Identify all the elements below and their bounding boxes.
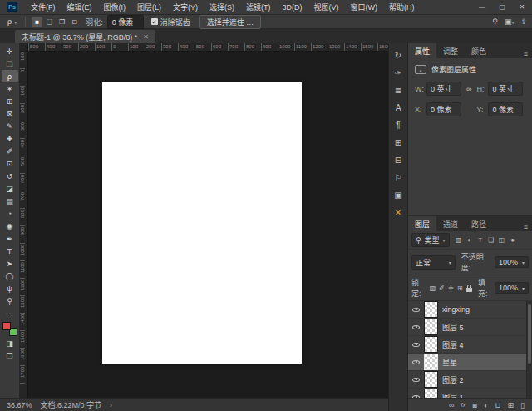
tab-close-icon[interactable]: ✕ — [143, 33, 149, 41]
pen-tool[interactable]: ✒ — [2, 232, 18, 245]
frame-tool[interactable]: ⊠ — [2, 107, 18, 120]
menu-item[interactable]: 选择(S) — [204, 0, 240, 14]
move-tool[interactable]: ✛ — [2, 45, 18, 57]
layer-thumbnail[interactable] — [425, 337, 437, 352]
maximize-button[interactable]: ▢ — [492, 0, 512, 14]
menu-item[interactable]: 文字(Y) — [167, 0, 204, 14]
menu-item[interactable]: 3D(D) — [277, 0, 308, 14]
menu-item[interactable]: 文件(F) — [25, 0, 62, 14]
paragraph-panel-icon[interactable]: ¶ — [391, 117, 406, 132]
history-brush-tool[interactable]: ↺ — [2, 170, 18, 182]
dodge-tool[interactable]: ◉ — [2, 220, 18, 232]
opacity-dropdown[interactable]: 100% ▾ — [495, 256, 529, 268]
layer-thumbnail[interactable] — [425, 389, 437, 398]
intersect-selection-icon[interactable]: ⊡ — [69, 17, 80, 27]
图层-4[interactable]: 图层 4 — [408, 336, 532, 354]
canvas-area[interactable]: 5004003002001000100200300400500600700800… — [20, 43, 388, 398]
filter-smart-object-icon[interactable]: ◫ — [497, 236, 507, 244]
blend-mode-dropdown[interactable]: 正常 ▾ — [411, 255, 456, 270]
layer-thumbnail[interactable] — [425, 319, 437, 334]
panel-menu-icon[interactable]: ≡ — [520, 50, 532, 58]
quick-mask-button[interactable]: ◨ — [2, 337, 18, 349]
visibility-eye-icon[interactable] — [412, 395, 420, 399]
menu-item[interactable]: 图层(L) — [131, 0, 167, 14]
clone-stamp-tool[interactable]: ⊡ — [2, 157, 18, 170]
info-panel-icon[interactable]: ⊟ — [391, 152, 406, 167]
panel-tab[interactable]: 颜色 — [465, 43, 493, 58]
character-panel-icon[interactable]: A — [391, 100, 406, 115]
eraser-tool[interactable]: ◪ — [2, 182, 18, 195]
new-selection-icon[interactable]: ■ — [32, 17, 42, 27]
minimize-button[interactable]: — — [472, 0, 492, 14]
marquee-tool[interactable]: ❏ — [2, 57, 18, 70]
eyedropper-tool[interactable]: ✎ — [2, 120, 18, 132]
visibility-eye-icon[interactable] — [412, 308, 420, 312]
hand-tool[interactable]: ψ — [2, 282, 18, 295]
visibility-eye-icon[interactable] — [412, 378, 420, 382]
document-tab[interactable]: 未标题-1 @ 36.7% (星星, RGB/8) * ✕ — [15, 30, 155, 43]
panel-menu-icon[interactable]: ≡ — [520, 223, 532, 231]
link-dimensions-icon[interactable]: ∞ — [466, 85, 471, 93]
visibility-eye-icon[interactable] — [412, 325, 420, 329]
layer-effects-icon[interactable]: fx — [461, 401, 466, 409]
menu-item[interactable]: 滤镜(T) — [240, 0, 277, 14]
close-button[interactable]: ✕ — [512, 0, 532, 14]
blur-tool[interactable]: ◔ — [2, 207, 18, 220]
filter-adjustment-icon[interactable]: ◐ — [465, 236, 475, 244]
menu-item[interactable]: 窗口(W) — [345, 0, 384, 14]
图层-2[interactable]: 图层 2 — [408, 371, 532, 389]
current-tool-dropdown[interactable]: ρ ▾ — [5, 17, 19, 26]
panel-tab[interactable]: 路径 — [465, 216, 493, 231]
lock-all-icon[interactable] — [466, 288, 472, 292]
menu-item[interactable]: 图像(I) — [98, 0, 132, 14]
filter-type-dropdown[interactable]: ⚲ 类型 ▾ — [411, 233, 450, 247]
lasso-tool[interactable]: ρ — [2, 70, 18, 82]
feather-input[interactable]: 0 像素 — [107, 15, 144, 29]
brush-settings-panel-icon[interactable]: ✑ — [391, 65, 406, 80]
libraries-panel-icon[interactable]: ▣ — [391, 187, 406, 202]
zoom-tool[interactable]: ⚲ — [2, 295, 18, 307]
brush-tool[interactable]: ✐ — [2, 145, 18, 157]
type-tool[interactable]: T — [2, 245, 18, 257]
panel-tab[interactable]: 属性 — [408, 43, 436, 58]
y-field[interactable]: 0 像素 — [488, 102, 523, 116]
x-field[interactable]: 0 像素 — [426, 102, 461, 116]
antialias-checkbox[interactable]: ✓ — [151, 18, 158, 25]
healing-brush-tool[interactable]: ✚ — [2, 132, 18, 145]
width-field[interactable]: 0 英寸 — [426, 82, 461, 96]
crop-tool[interactable]: ⊞ — [2, 95, 18, 107]
height-field[interactable]: 0 英寸 — [488, 82, 523, 96]
layer-thumbnail[interactable] — [425, 372, 437, 387]
filter-image-icon[interactable]: ▨ — [454, 236, 464, 244]
history-panel-icon[interactable]: ↻ — [391, 47, 406, 62]
foreground-color-swatch[interactable] — [2, 322, 11, 330]
panel-tab[interactable]: 调整 — [436, 43, 465, 58]
xingxing[interactable]: xingxing — [408, 301, 532, 319]
filter-toggle-icon[interactable]: ● — [508, 236, 518, 244]
lock-pixels-icon[interactable]: ✐ — [437, 285, 446, 292]
screen-mode-button[interactable]: ❐ — [2, 349, 18, 362]
visibility-eye-icon[interactable] — [412, 343, 420, 347]
lock-position-icon[interactable]: ✛ — [446, 285, 456, 292]
new-group-icon[interactable]: ⊔ — [495, 401, 500, 409]
status-menu-arrow-icon[interactable]: › — [110, 401, 112, 409]
filter-shape-icon[interactable]: ❏ — [486, 236, 496, 244]
layer-mask-icon[interactable]: ◙ — [473, 401, 477, 409]
星星[interactable]: 星星 — [408, 354, 532, 371]
layer-list-scrollbar[interactable] — [526, 301, 532, 398]
zoom-level-field[interactable]: 36.67% — [7, 401, 32, 409]
new-layer-icon[interactable]: ⊞ — [508, 401, 515, 409]
panel-tab[interactable]: 通道 — [436, 216, 465, 231]
scrollbar-thumb[interactable] — [528, 304, 531, 364]
visibility-eye-icon[interactable] — [412, 360, 420, 364]
delete-layer-icon[interactable]: ▯ — [520, 401, 525, 409]
fill-dropdown[interactable]: 100% ▾ — [495, 282, 529, 294]
subtract-from-selection-icon[interactable]: ❒ — [57, 17, 67, 27]
menu-item[interactable]: 视图(V) — [308, 0, 345, 14]
lock-artboard-icon[interactable]: ⊞ — [456, 285, 465, 292]
share-icon[interactable]: ⇪ — [520, 17, 527, 26]
select-and-mask-button[interactable]: 选择并遮住 … — [200, 15, 262, 29]
link-layers-icon[interactable]: ∞ — [449, 401, 454, 409]
add-to-selection-icon[interactable]: ❑ — [44, 17, 55, 27]
adjust-sliders-panel-icon[interactable]: ≣ — [391, 82, 406, 97]
